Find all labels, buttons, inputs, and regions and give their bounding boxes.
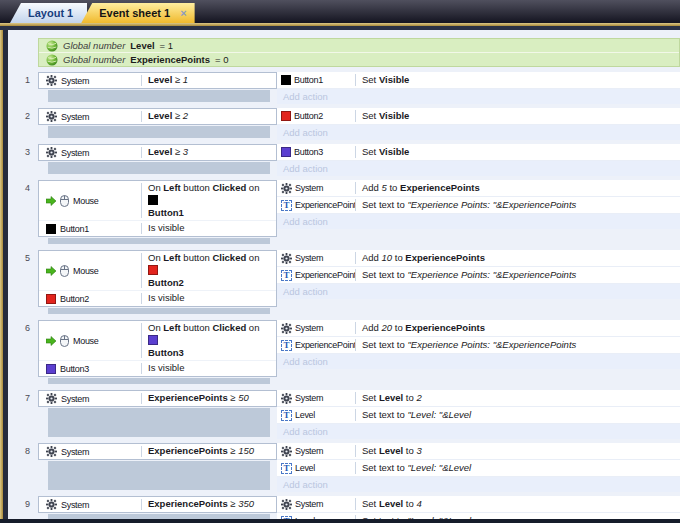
event-number[interactable]: 1 (8, 72, 38, 104)
action-text: Add 10 to ExperiencePoints (356, 251, 680, 265)
condition-row[interactable]: SystemLevel ≥ 3 (39, 145, 276, 160)
add-action-link[interactable]: Add action (277, 284, 680, 299)
object-name: Mouse (73, 266, 99, 276)
global-variables-block: Global number Level = 1 Global number Ex… (38, 38, 680, 67)
system-gear-icon (46, 393, 57, 404)
object-color-swatch (148, 195, 158, 205)
event-number[interactable]: 3 (8, 144, 38, 176)
object-name: System (295, 393, 323, 403)
add-action-link[interactable]: Add action (277, 89, 680, 104)
object-name: ExperiencePoints (295, 340, 355, 350)
action-row[interactable]: TLevelSet text to "Level: "&Level (277, 460, 680, 477)
conditions-column: SystemExperiencePoints ≥ 50 (38, 390, 277, 439)
globe-icon (46, 40, 58, 52)
panel-border-bottom (0, 519, 680, 523)
action-row[interactable]: TExperiencePointsSet text to "Experience… (277, 267, 680, 284)
text-object-icon: T (281, 516, 292, 519)
object-name: System (61, 112, 89, 122)
action-row[interactable]: SystemSet Level to 3 (277, 443, 680, 460)
condition-object: Mouse (39, 265, 141, 277)
action-row[interactable]: Button2Set Visible (277, 108, 680, 125)
condition-object: Button3 (39, 364, 141, 374)
actions-column: Button2Set VisibleAdd action (277, 108, 680, 140)
close-icon[interactable]: × (180, 8, 186, 19)
event-block: 7SystemExperiencePoints ≥ 50SystemSet Le… (8, 390, 680, 439)
event-block: 4MouseOn Left button Clicked on Button1B… (8, 180, 680, 246)
event-block: 9SystemExperiencePoints ≥ 350SystemSet L… (8, 496, 680, 519)
add-action-link[interactable]: Add action (277, 354, 680, 369)
actions-column: Button3Set VisibleAdd action (277, 144, 680, 176)
action-object: System (277, 499, 355, 510)
action-row[interactable]: SystemSet Level to 2 (277, 390, 680, 407)
action-row[interactable]: SystemSet Level to 4 (277, 496, 680, 513)
condition-row[interactable]: MouseOn Left button Clicked on Button3 (39, 321, 276, 361)
add-action-link[interactable]: Add action (277, 161, 680, 176)
globe-icon (46, 54, 58, 66)
object-color-swatch (46, 364, 56, 374)
action-row[interactable]: TLevelSet text to "Level: "&Level (277, 407, 680, 424)
global-variable-row[interactable]: Global number ExperiencePoints = 0 (39, 53, 679, 66)
action-object: System (277, 323, 355, 334)
condition-row[interactable]: SystemExperiencePoints ≥ 150 (39, 444, 276, 459)
event-number[interactable]: 9 (8, 496, 38, 519)
action-object: Button3 (277, 147, 355, 157)
condition-row[interactable]: Button2Is visible (39, 291, 276, 306)
action-row[interactable]: SystemAdd 20 to ExperiencePoints (277, 320, 680, 337)
global-variable-row[interactable]: Global number Level = 1 (39, 39, 679, 52)
condition-object: Button1 (39, 224, 141, 234)
condition-object: System (39, 393, 141, 404)
condition-object: Button2 (39, 294, 141, 304)
mouse-icon (60, 335, 69, 347)
conditions-column: MouseOn Left button Clicked on Button1Bu… (38, 180, 277, 246)
tab-label: Layout 1 (28, 7, 73, 19)
system-gear-icon (281, 446, 292, 457)
action-object: TExperiencePoints (277, 340, 355, 351)
action-row[interactable]: SystemAdd 5 to ExperiencePoints (277, 180, 680, 197)
condition-row[interactable]: SystemExperiencePoints ≥ 50 (39, 391, 276, 406)
event-number[interactable]: 7 (8, 390, 38, 439)
event-number[interactable]: 2 (8, 108, 38, 140)
object-name: System (61, 76, 89, 86)
action-row[interactable]: Button1Set Visible (277, 72, 680, 89)
actions-column: SystemSet Level to 4TLevelSet text to "L… (277, 496, 680, 519)
action-text: Set Visible (356, 109, 680, 123)
event-margin (48, 408, 270, 437)
tab-layout-1[interactable]: Layout 1 (10, 3, 87, 23)
object-name: System (295, 183, 323, 193)
condition-row[interactable]: Button1Is visible (39, 221, 276, 236)
add-action-link[interactable]: Add action (277, 125, 680, 140)
tab-bar: Layout 1 Event sheet 1 × (0, 0, 680, 23)
action-object: TLevel (277, 410, 355, 421)
text-object-icon: T (281, 410, 292, 421)
tab-event-sheet-1[interactable]: Event sheet 1 × (81, 3, 194, 23)
object-name: ExperiencePoints (295, 270, 355, 280)
condition-object: Mouse (39, 195, 141, 207)
condition-row[interactable]: SystemLevel ≥ 2 (39, 109, 276, 124)
action-row[interactable]: SystemAdd 10 to ExperiencePoints (277, 250, 680, 267)
object-name: Level (295, 410, 315, 420)
add-action-link[interactable]: Add action (277, 477, 680, 492)
condition-text: Is visible (142, 361, 276, 375)
event-number[interactable]: 5 (8, 250, 38, 316)
action-text: Set text to "Experience Points: "&Experi… (356, 338, 680, 352)
condition-text: On Left button Clicked on Button3 (142, 321, 276, 360)
action-row[interactable]: Button3Set Visible (277, 144, 680, 161)
text-object-icon: T (281, 270, 292, 281)
event-number[interactable]: 6 (8, 320, 38, 386)
condition-row[interactable]: MouseOn Left button Clicked on Button2 (39, 251, 276, 291)
action-text: Set Level to 3 (356, 444, 680, 458)
text-object-icon: T (281, 200, 292, 211)
add-action-link[interactable]: Add action (277, 424, 680, 439)
action-row[interactable]: TExperiencePointsSet text to "Experience… (277, 197, 680, 214)
condition-row[interactable]: SystemExperiencePoints ≥ 350 (39, 497, 276, 512)
condition-row[interactable]: SystemLevel ≥ 1 (39, 73, 276, 88)
action-row[interactable]: TExperiencePointsSet text to "Experience… (277, 337, 680, 354)
system-gear-icon (46, 147, 57, 158)
add-action-link[interactable]: Add action (277, 214, 680, 229)
event-margin (48, 238, 270, 244)
condition-row[interactable]: MouseOn Left button Clicked on Button1 (39, 181, 276, 221)
event-number[interactable]: 8 (8, 443, 38, 492)
event-number[interactable]: 4 (8, 180, 38, 246)
action-row[interactable]: TLevelSet text to "Level: "&Level (277, 513, 680, 519)
condition-row[interactable]: Button3Is visible (39, 361, 276, 376)
